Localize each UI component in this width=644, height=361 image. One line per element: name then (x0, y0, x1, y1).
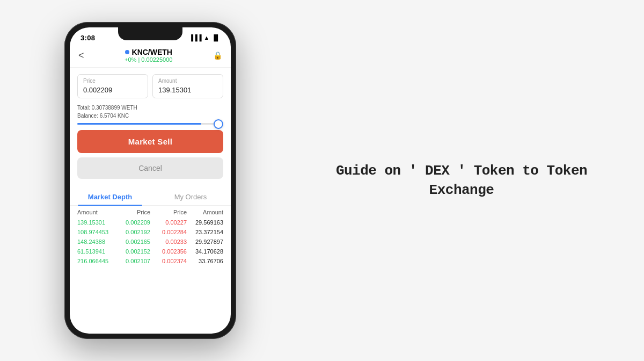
pair-label: KNC/WETH (132, 48, 172, 56)
amount-label: Amount (158, 78, 217, 84)
back-button[interactable]: < (78, 50, 84, 61)
table-row: 108.974453 0.002192 0.002284 23.372154 (77, 227, 223, 237)
right-section: Guide on ' DEX ' Token to Token Exchange (301, 161, 644, 200)
phone-screen: 3:08 ▐▐▐ ▲ ▐▌ < KNC/WETH + (70, 27, 231, 334)
cancel-button[interactable]: Cancel (77, 157, 223, 179)
status-icons: ▐▐▐ ▲ ▐▌ (189, 34, 220, 41)
slider-fill (77, 123, 201, 125)
cell-price-red: 0.00227 (150, 219, 187, 226)
cell-amt-green: 108.974453 (77, 229, 114, 235)
cell-price-red: 0.002356 (150, 248, 187, 255)
cell-price-red: 0.002374 (150, 258, 187, 264)
col-amount-left: Amount (77, 209, 114, 215)
price-label: Price (83, 78, 142, 84)
depth-table: Amount Price Price Amount 139.15301 0.00… (70, 206, 231, 266)
cell-amt-green: 139.15301 (77, 219, 114, 226)
cell-price-green: 0.002165 (114, 239, 150, 245)
cell-price-green: 0.002209 (114, 219, 150, 226)
pair-dot-icon (125, 50, 129, 54)
col-amount-right: Amount (187, 209, 223, 215)
cell-amt-green: 61.513941 (77, 248, 114, 255)
phone-section: 3:08 ▐▐▐ ▲ ▐▌ < KNC/WETH + (0, 0, 301, 361)
table-row: 148.24388 0.002165 0.00233 29.927897 (77, 237, 223, 247)
cell-price-green: 0.002152 (114, 248, 150, 255)
table-row: 216.066445 0.002107 0.002374 33.76706 (77, 256, 223, 266)
slider-container[interactable] (77, 123, 223, 125)
table-header: Amount Price Price Amount (77, 206, 223, 218)
table-row: 61.513941 0.002152 0.002356 34.170628 (77, 247, 223, 256)
cell-amt-black: 33.76706 (187, 258, 223, 264)
market-sell-button[interactable]: Market Sell (77, 130, 223, 153)
lock-icon[interactable]: 🔒 (213, 51, 222, 60)
cell-amt-black: 23.372154 (187, 229, 223, 235)
battery-icon: ▐▌ (211, 34, 220, 41)
trade-form: Price 0.002209 Amount 139.15301 Total: 0… (70, 68, 231, 183)
input-row: Price 0.002209 Amount 139.15301 (77, 74, 223, 98)
amount-input-group[interactable]: Amount 139.15301 (152, 74, 223, 98)
cell-price-green: 0.002192 (114, 229, 150, 235)
tabs-row: Market Depth My Orders (70, 189, 231, 206)
table-rows-container: 139.15301 0.002209 0.00227 29.569163 108… (77, 218, 223, 266)
status-time: 3:08 (80, 34, 95, 42)
phone-notch (118, 27, 182, 40)
guide-title: Guide on ' DEX ' Token to Token Exchange (301, 161, 623, 200)
col-price-right: Price (150, 209, 187, 215)
cell-price-green: 0.002107 (114, 258, 150, 264)
cell-amt-black: 29.927897 (187, 239, 223, 245)
cell-amt-black: 34.170628 (187, 248, 223, 255)
price-input-group[interactable]: Price 0.002209 (77, 74, 148, 98)
balance-knc: Balance: 6.5704 KNC (77, 112, 223, 120)
signal-icon: ▐▐▐ (189, 34, 201, 41)
slider-track (77, 123, 223, 125)
pair-title: KNC/WETH (125, 48, 172, 56)
cell-amt-green: 148.24388 (77, 239, 114, 245)
pair-change: +0% | 0.00225000 (125, 56, 172, 63)
slider-thumb[interactable] (214, 119, 223, 129)
phone-frame: 3:08 ▐▐▐ ▲ ▐▌ < KNC/WETH + (64, 22, 236, 339)
cell-price-red: 0.00233 (150, 239, 187, 245)
total-weth: Total: 0.30738899 WETH (77, 104, 223, 112)
amount-value: 139.15301 (158, 86, 191, 94)
total-row: Total: 0.30738899 WETH Balance: 6.5704 K… (77, 104, 223, 120)
cell-price-red: 0.002284 (150, 229, 187, 235)
tab-my-orders[interactable]: My Orders (150, 189, 231, 205)
cell-amt-green: 216.066445 (77, 258, 114, 264)
page-wrapper: 3:08 ▐▐▐ ▲ ▐▌ < KNC/WETH + (0, 0, 644, 361)
table-row: 139.15301 0.002209 0.00227 29.569163 (77, 218, 223, 227)
tab-market-depth[interactable]: Market Depth (70, 189, 150, 205)
wifi-icon: ▲ (204, 34, 210, 41)
col-price-left: Price (114, 209, 150, 215)
cell-amt-black: 29.569163 (187, 219, 223, 226)
price-value: 0.002209 (83, 86, 112, 94)
app-header: < KNC/WETH +0% | 0.00225000 🔒 (70, 45, 231, 68)
header-center: KNC/WETH +0% | 0.00225000 (125, 48, 172, 63)
